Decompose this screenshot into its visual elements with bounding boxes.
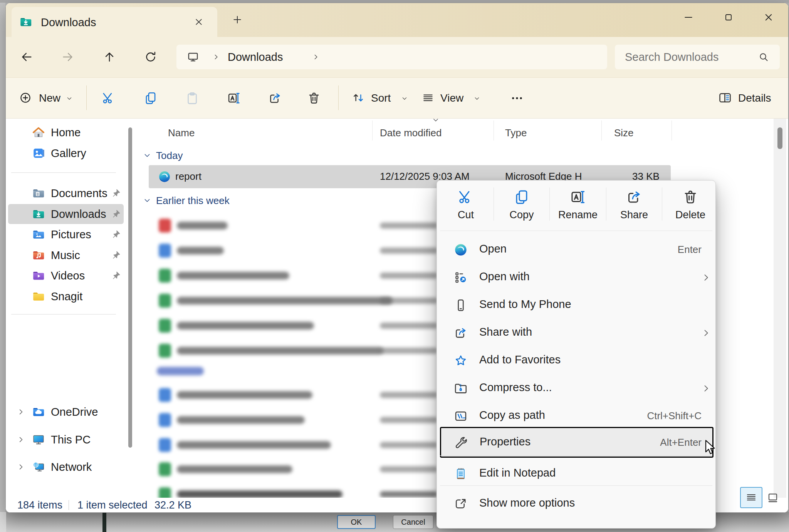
delete-icon[interactable] [307, 91, 321, 105]
context-item-label: Edit in Notepad [479, 467, 556, 479]
view-details-toggle[interactable] [740, 487, 762, 508]
moreopt-icon [454, 497, 468, 511]
up-icon[interactable] [103, 50, 116, 64]
search-placeholder: Search Downloads [625, 51, 718, 64]
minimize-icon[interactable] [683, 12, 694, 23]
context-item-shortcut: Ctrl+Shift+C [647, 410, 702, 422]
cut-icon [458, 189, 474, 205]
divider [440, 455, 712, 456]
copy-icon [514, 189, 530, 205]
redacted-file-name [177, 391, 312, 399]
ok-button[interactable]: OK [337, 515, 376, 529]
copy-icon[interactable] [144, 91, 158, 105]
word-file-icon [159, 388, 171, 402]
word-file-icon [159, 438, 171, 452]
details-view-icon [745, 492, 757, 503]
divider [549, 187, 550, 221]
group-header-today[interactable]: Today [156, 150, 183, 162]
view-icon [422, 92, 434, 104]
background-dialog-edge [0, 512, 6, 532]
maximize-icon[interactable] [724, 12, 734, 22]
details-toggle[interactable]: Details [713, 86, 782, 109]
context-item-copy-as-path[interactable]: Copy as pathCtrl+Shift+C [441, 402, 712, 430]
context-action-label: Share [610, 209, 658, 221]
cut-icon[interactable] [102, 91, 116, 105]
redacted-file-date [380, 298, 438, 304]
context-action-copy[interactable]: Copy [498, 185, 546, 227]
details-label: Details [738, 92, 771, 104]
mouse-cursor [702, 439, 717, 457]
word-file-icon [159, 413, 171, 427]
tab-downloads[interactable]: Downloads [12, 7, 217, 37]
context-item-edit-in-notepad[interactable]: Edit in Notepad [441, 460, 712, 488]
context-item-label: Send to My Phone [479, 298, 571, 311]
context-item-add-to-favorites[interactable]: Add to Favorites [441, 347, 712, 375]
group-collapse-icon[interactable] [143, 151, 151, 160]
context-action-rename[interactable]: Rename [554, 185, 602, 227]
context-item-open[interactable]: OpenEnter [441, 236, 712, 264]
phone-icon [454, 298, 468, 312]
context-item-compress-to-[interactable]: Compress to... [441, 375, 712, 402]
divider [86, 85, 87, 110]
window-close-icon[interactable] [763, 12, 774, 23]
search-box[interactable]: Search Downloads [615, 45, 780, 69]
view-icons-toggle[interactable] [766, 492, 779, 504]
address-bar[interactable]: Downloads [176, 45, 607, 69]
cancel-button[interactable]: Cancel [393, 515, 433, 529]
downloads-folder-icon [19, 15, 32, 28]
command-bar: New Sort View Details [6, 77, 788, 119]
redacted-file-date [380, 392, 438, 398]
context-item-send-to-my-phone[interactable]: Send to My Phone [441, 291, 712, 319]
search-icon[interactable] [758, 52, 769, 62]
edge-icon [454, 243, 468, 257]
tab-close-icon[interactable] [194, 17, 204, 27]
share-icon[interactable] [268, 91, 282, 105]
forward-icon[interactable] [61, 50, 74, 64]
refresh-icon[interactable] [144, 50, 157, 64]
context-action-label: Delete [666, 209, 714, 221]
context-item-show-more-options[interactable]: Show more options [441, 490, 712, 518]
tab-title: Downloads [41, 16, 96, 29]
breadcrumb[interactable]: Downloads [228, 51, 283, 64]
context-item-share-with[interactable]: Share with [441, 319, 712, 347]
context-item-properties[interactable]: PropertiesAlt+Enter [440, 427, 713, 458]
new-tab-icon[interactable] [232, 14, 243, 25]
context-item-label: Compress to... [479, 381, 552, 394]
context-action-delete[interactable]: Delete [666, 185, 714, 227]
breadcrumb-chevron-icon[interactable] [212, 53, 220, 61]
breadcrumb-chevron2-icon[interactable] [312, 53, 320, 61]
context-item-label: Add to Favorites [479, 353, 561, 366]
group-header-last-week-redacted[interactable] [157, 367, 204, 375]
redacted-file-name [177, 297, 393, 304]
context-action-share[interactable]: Share [610, 185, 658, 227]
context-action-label: Rename [554, 209, 602, 221]
group-collapse-icon[interactable] [143, 196, 151, 205]
list-scrollbar-track[interactable] [774, 119, 786, 498]
more-icon[interactable] [510, 92, 524, 105]
selection-count: 1 item selected [77, 499, 148, 511]
trash-icon [682, 189, 698, 205]
divider [494, 187, 494, 221]
status-divider [69, 500, 69, 510]
redacted-file-date [380, 417, 438, 423]
redacted-file-date [380, 248, 438, 254]
view-button[interactable]: View [419, 86, 487, 109]
icons-view-icon [766, 492, 779, 504]
context-item-label: Properties [480, 435, 530, 448]
view-chevron-icon [473, 95, 480, 102]
sharewith-icon [454, 326, 468, 340]
context-item-label: Copy as path [479, 409, 545, 422]
new-button[interactable]: New [17, 86, 78, 109]
sort-chevron-icon [401, 95, 408, 102]
context-item-label: Open with [479, 270, 530, 283]
sort-button[interactable]: Sort [349, 86, 414, 109]
context-action-cut[interactable]: Cut [442, 185, 490, 227]
group-header-earlier[interactable]: Earlier this week [156, 195, 230, 207]
list-scrollbar-thumb[interactable] [777, 127, 782, 149]
paste-icon[interactable] [185, 91, 199, 105]
context-item-open-with[interactable]: Open with [441, 264, 712, 291]
screen-left-strip [0, 3, 5, 512]
back-icon[interactable] [20, 50, 33, 64]
word-file-icon [159, 244, 171, 258]
rename-icon[interactable] [227, 91, 241, 105]
